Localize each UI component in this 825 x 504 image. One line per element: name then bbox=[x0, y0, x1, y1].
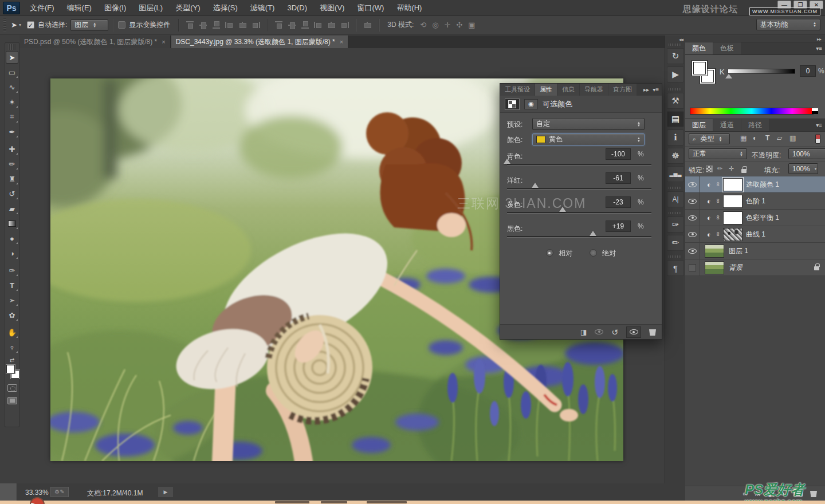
crop-tool[interactable]: ⌗ bbox=[6, 111, 18, 123]
brush-presets-panel-icon[interactable]: ✏ bbox=[667, 235, 684, 251]
menu-help[interactable]: 帮助(H) bbox=[390, 0, 428, 16]
layer-thumbnail[interactable] bbox=[705, 261, 724, 274]
layer-name[interactable]: 图层 1 bbox=[729, 246, 748, 256]
delete-adjustment-icon[interactable] bbox=[649, 328, 656, 336]
relative-radio-group[interactable]: 相对 bbox=[546, 249, 575, 257]
toggle-previous-state-icon[interactable] bbox=[595, 328, 603, 336]
cyan-slider-track[interactable] bbox=[507, 164, 651, 166]
blur-tool[interactable]: ● bbox=[6, 232, 18, 245]
lock-transparency-icon[interactable] bbox=[706, 166, 713, 172]
cyan-slider-thumb[interactable] bbox=[504, 159, 510, 164]
layer-filter-type-dropdown[interactable]: ⌕ 类型 bbox=[689, 133, 730, 144]
zoom-tool[interactable]: ⌕ bbox=[6, 341, 18, 353]
magenta-slider-thumb[interactable] bbox=[532, 183, 539, 188]
info-panel-icon[interactable]: ℹ bbox=[667, 129, 684, 145]
close-icon[interactable]: × bbox=[162, 38, 165, 45]
expand-dock-icon[interactable]: ▸▸ bbox=[817, 37, 822, 42]
layer-name[interactable]: 色彩平衡 1 bbox=[746, 213, 779, 223]
visibility-toggle[interactable] bbox=[685, 176, 700, 192]
tab-info[interactable]: 信息 bbox=[557, 84, 579, 96]
distribute-top-icon[interactable] bbox=[274, 21, 283, 29]
k-value-input[interactable]: 0 bbox=[800, 65, 816, 77]
filter-shape-layers-icon[interactable]: ▱ bbox=[777, 134, 782, 142]
layer-row-color-balance[interactable]: ◐ ∞ 色彩平衡 1 bbox=[685, 210, 825, 226]
status-tools-icon[interactable]: ⚙✎ bbox=[50, 487, 69, 497]
history-brush-tool[interactable]: ↺ bbox=[6, 187, 18, 200]
adjustment-badge-icon[interactable]: ◉ bbox=[524, 99, 538, 109]
visibility-toggle[interactable] bbox=[685, 226, 700, 242]
menu-edit[interactable]: 编辑(E) bbox=[61, 0, 98, 16]
tab-tool-presets[interactable]: 工具预设 bbox=[500, 84, 535, 96]
opacity-dropdown[interactable]: 100% ▾ bbox=[788, 148, 825, 159]
move-tool[interactable]: ➤ bbox=[6, 51, 18, 64]
tab-paths[interactable]: 路径 bbox=[741, 119, 769, 131]
filter-pixel-layers-icon[interactable]: ▦ bbox=[740, 134, 747, 142]
navigator-panel-icon[interactable]: ☸ bbox=[667, 148, 684, 164]
magenta-slider-track[interactable] bbox=[507, 188, 651, 190]
black-value-input[interactable]: +19 bbox=[606, 220, 631, 232]
layer-mask-thumbnail[interactable] bbox=[723, 195, 742, 208]
gradient-tool[interactable] bbox=[6, 217, 18, 230]
3d-rotate-icon[interactable]: ⟲ bbox=[420, 21, 426, 29]
foreground-color-swatch[interactable] bbox=[6, 365, 15, 373]
distribute-vcenter-icon[interactable] bbox=[288, 21, 296, 29]
histogram-panel-icon[interactable]: ▂▅▃ bbox=[667, 166, 684, 182]
move-tool-options-icon[interactable]: ➤ ▾ bbox=[11, 21, 21, 29]
layer-mask-thumbnail[interactable] bbox=[723, 178, 742, 191]
zoom-level[interactable]: 33.33% bbox=[25, 489, 49, 497]
show-transform-checkbox[interactable] bbox=[118, 21, 125, 29]
distribute-hcenter-icon[interactable] bbox=[327, 21, 336, 29]
paragraph-panel-icon[interactable]: ¶ bbox=[667, 260, 684, 276]
brush-tool[interactable]: ✏ bbox=[6, 158, 18, 170]
filter-smart-object-icon[interactable]: ▥ bbox=[789, 134, 796, 142]
distribute-left-icon[interactable] bbox=[314, 21, 323, 29]
black-slider-thumb[interactable] bbox=[590, 231, 596, 236]
magenta-value-input[interactable]: -61 bbox=[606, 172, 631, 184]
tab-color[interactable]: 颜色 bbox=[685, 42, 713, 54]
quick-mask-button[interactable] bbox=[7, 384, 17, 392]
absolute-radio-group[interactable]: 绝对 bbox=[590, 249, 616, 257]
document-tab-dsc3443y[interactable]: DSC_3443y.jpg @ 33.3% (选取颜色 1, 图层蒙版/8) *… bbox=[171, 36, 349, 48]
layer-mask-thumbnail[interactable] bbox=[723, 211, 742, 225]
menu-select[interactable]: 选择(S) bbox=[206, 0, 243, 16]
custom-shape-tool[interactable]: ✿ bbox=[6, 309, 18, 321]
mask-badge-icon[interactable] bbox=[505, 99, 520, 110]
layer-filter-toggle[interactable] bbox=[815, 134, 820, 144]
tab-layers[interactable]: 图层 bbox=[685, 119, 713, 131]
relative-radio[interactable] bbox=[546, 249, 553, 257]
path-selection-tool[interactable]: ➣ bbox=[6, 294, 18, 306]
collapse-dock-icon[interactable]: ◂◂ bbox=[679, 37, 683, 42]
align-right-icon[interactable] bbox=[252, 21, 260, 29]
layer-row-background[interactable]: 背景 bbox=[685, 259, 825, 276]
3d-pan-icon[interactable]: ✛ bbox=[445, 21, 451, 29]
toolbar-grip[interactable] bbox=[9, 44, 15, 50]
close-icon[interactable]: × bbox=[340, 38, 343, 45]
preset-dropdown[interactable]: 自定 bbox=[532, 118, 645, 130]
type-tool[interactable]: T bbox=[6, 279, 18, 292]
hand-tool[interactable]: ✋ bbox=[6, 326, 18, 338]
clone-stamp-tool[interactable]: ♜ bbox=[6, 172, 18, 185]
k-slider[interactable] bbox=[728, 69, 795, 74]
layer-row-selective-color[interactable]: ◐ ∞ 选取颜色 1 bbox=[685, 176, 825, 193]
panel-menu-icon[interactable]: ▾≡ bbox=[816, 122, 822, 128]
layer-name[interactable]: 色阶 1 bbox=[746, 196, 765, 206]
tab-histogram[interactable]: 直方图 bbox=[608, 84, 637, 96]
menu-view[interactable]: 视图(V) bbox=[313, 0, 351, 16]
yellow-value-input[interactable]: -23 bbox=[606, 196, 631, 208]
distribute-right-icon[interactable] bbox=[340, 21, 349, 29]
align-hcenter-icon[interactable] bbox=[238, 21, 247, 29]
panel-menu-icon[interactable]: ▾≡ bbox=[816, 45, 822, 52]
auto-select-checkbox[interactable]: ✓ bbox=[27, 21, 34, 29]
visibility-toggle[interactable] bbox=[685, 243, 700, 259]
layer-row-curves[interactable]: ◐ ∞ 曲线 1 bbox=[685, 226, 825, 243]
color-spectrum-ramp[interactable] bbox=[690, 108, 814, 115]
visibility-toggle[interactable] bbox=[685, 259, 700, 275]
filter-adjustment-layers-icon[interactable]: ◐ bbox=[753, 134, 757, 142]
dodge-tool[interactable]: ◑ bbox=[6, 247, 18, 259]
black-slider-track[interactable] bbox=[507, 236, 651, 238]
k-slider-thumb[interactable] bbox=[725, 74, 732, 78]
tab-swatches[interactable]: 色板 bbox=[713, 42, 741, 54]
eyedropper-tool[interactable]: ✒ bbox=[6, 125, 18, 138]
lock-all-icon[interactable] bbox=[741, 167, 747, 175]
layer-thumbnail[interactable] bbox=[705, 245, 724, 258]
